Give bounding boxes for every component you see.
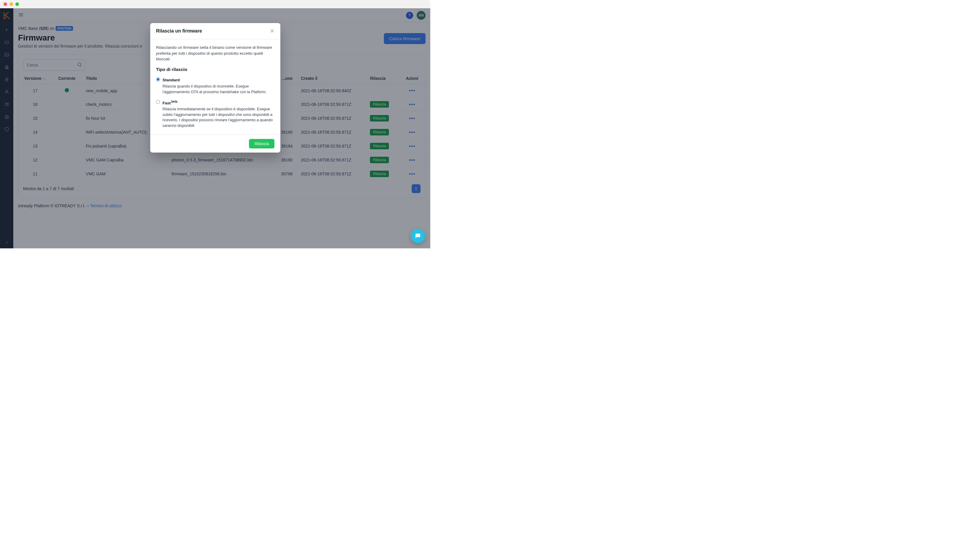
beta-badge: beta xyxy=(171,100,177,103)
radio-fast-desc: Rilascia immediatamente se il dispositiv… xyxy=(163,107,274,128)
modal-section-title: Tipo di rilascio xyxy=(156,66,274,73)
radio-standard-desc: Rilascia quando il dispositivo di riconn… xyxy=(163,84,274,95)
chat-bubble-button[interactable] xyxy=(411,229,425,243)
modal-overlay[interactable]: Rilascia un firmware ✕ Rilasciando un fi… xyxy=(0,8,430,249)
release-submit-button[interactable]: Rilascia xyxy=(249,139,274,148)
window-min-dot[interactable] xyxy=(10,2,13,6)
radio-fast-title: Fastbeta xyxy=(163,100,274,106)
chat-icon xyxy=(414,232,421,239)
window-titlebar xyxy=(0,0,430,8)
window-max-dot[interactable] xyxy=(15,2,19,6)
modal-intro: Rilasciando un firmware setta il binario… xyxy=(156,44,274,62)
release-modal: Rilascia un firmware ✕ Rilasciando un fi… xyxy=(150,23,281,153)
window-close-dot[interactable] xyxy=(3,2,7,6)
radio-standard-title: Standard xyxy=(163,77,274,83)
close-icon[interactable]: ✕ xyxy=(270,28,274,34)
modal-title: Rilascia un firmware xyxy=(156,28,202,34)
radio-standard[interactable] xyxy=(156,77,160,81)
radio-fast[interactable] xyxy=(156,100,160,104)
